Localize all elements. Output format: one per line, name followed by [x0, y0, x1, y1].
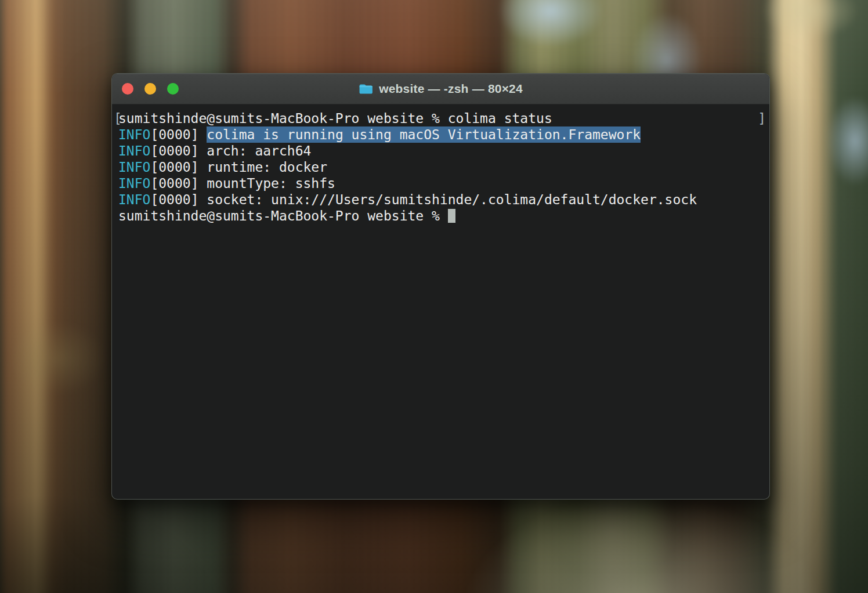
terminal-text: [0000] socket: unix:///Users/sumitshinde… — [150, 192, 697, 207]
window-title: website — -zsh — 80×24 — [379, 82, 523, 96]
terminal-content[interactable]: [sumitshinde@sumits-MacBook-Pro website … — [112, 104, 769, 500]
minimize-button[interactable] — [144, 83, 156, 95]
terminal-line: [sumitshinde@sumits-MacBook-Pro website … — [118, 110, 766, 126]
terminal-text: [0000] runtime: docker — [150, 160, 327, 175]
log-level-info: INFO — [118, 160, 150, 175]
terminal-window: website — -zsh — 80×24 [sumitshinde@sumi… — [111, 73, 770, 500]
terminal-text: [0000] mountType: sshfs — [150, 176, 335, 191]
prompt-mark-close: ] — [758, 110, 766, 126]
prompt-mark-open: [ — [114, 110, 122, 126]
terminal-cursor — [448, 209, 455, 223]
titlebar[interactable]: website — -zsh — 80×24 — [112, 74, 769, 104]
log-level-info: INFO — [118, 176, 150, 191]
terminal-line: INFO[0000] mountType: sshfs — [118, 175, 766, 191]
terminal-text: sumitshinde@sumits-MacBook-Pro website %… — [118, 111, 552, 126]
terminal-line: INFO[0000] colima is running using macOS… — [118, 126, 766, 143]
log-level-info: INFO — [118, 192, 150, 207]
selected-text: colima is running using macOS Virtualiza… — [207, 126, 641, 143]
terminal-line: INFO[0000] socket: unix:///Users/sumitsh… — [118, 191, 766, 208]
window-title-group: website — -zsh — 80×24 — [359, 82, 523, 96]
terminal-text: [0000] — [150, 127, 207, 142]
terminal-line: sumitshinde@sumits-MacBook-Pro website % — [118, 208, 766, 224]
terminal-line: INFO[0000] runtime: docker — [118, 159, 766, 175]
terminal-text: sumitshinde@sumits-MacBook-Pro website % — [118, 208, 448, 223]
terminal-lines: [sumitshinde@sumits-MacBook-Pro website … — [118, 110, 766, 224]
log-level-info: INFO — [118, 127, 150, 142]
close-button[interactable] — [122, 83, 133, 95]
log-level-info: INFO — [118, 143, 150, 158]
fullscreen-button[interactable] — [167, 83, 179, 95]
terminal-text: [0000] arch: aarch64 — [150, 143, 311, 158]
folder-icon — [359, 83, 373, 95]
terminal-line: INFO[0000] arch: aarch64 — [118, 143, 766, 159]
traffic-lights — [122, 74, 179, 104]
